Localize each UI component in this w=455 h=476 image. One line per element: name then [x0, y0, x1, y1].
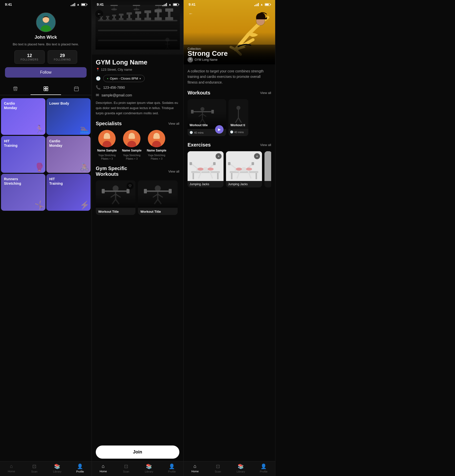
profile-screen: 9:41 ▲ John Wick Bio text — [0, 0, 92, 476]
add-exercise-btn-2[interactable]: + — [254, 153, 260, 159]
gym-workout-img-1: ♡ — [96, 180, 135, 208]
svg-rect-5 — [46, 87, 48, 88]
tab-activity[interactable] — [0, 83, 31, 95]
coll-workout-img-2: Workout ti — [228, 99, 248, 129]
exercise-3[interactable] — [264, 151, 271, 187]
workout-card-label-6: HITTraining — [49, 177, 63, 186]
coll-workout-2[interactable]: Workout ti 🕐 40 mins — [228, 99, 248, 136]
nav-library-3[interactable]: 📚 Library — [229, 463, 252, 473]
svg-point-136 — [208, 168, 214, 171]
right-fill — [275, 0, 455, 476]
svg-rect-57 — [96, 5, 180, 50]
status-bar-3: 9:41 ▲ — [184, 0, 275, 7]
status-bar-2: 9:41 ▲ — [92, 0, 183, 7]
add-exercise-btn-1[interactable]: + — [216, 153, 222, 159]
gym-workouts-title: Gym SpecificWorkouts — [96, 166, 127, 177]
svg-rect-142 — [256, 173, 257, 179]
workout-deco-5: 🤸 — [34, 200, 44, 210]
svg-rect-141 — [231, 173, 232, 179]
exercise-2[interactable]: + Jumping Jacks — [226, 151, 262, 187]
collection-back-button[interactable]: ← — [187, 10, 195, 17]
coll-workout-title-1: Workout title — [190, 123, 208, 127]
svg-rect-4 — [44, 87, 45, 88]
follow-button[interactable]: Follow — [5, 67, 87, 78]
gym-workouts-view-all[interactable]: View all — [168, 170, 179, 173]
gym-workout-card-2[interactable]: Workout Title — [138, 180, 178, 215]
coll-workout-1[interactable]: Workout title 🕐 40 mins ▶ — [188, 99, 226, 136]
specialists-title: Specialists — [96, 121, 122, 126]
join-button[interactable]: Join — [96, 446, 179, 459]
workout-card-4[interactable]: CardioMonday 🚴 — [46, 136, 91, 173]
gym-description: Description. Eu proin sapien ipsum vitae… — [96, 100, 179, 116]
phone-icon: 📞 — [96, 85, 101, 90]
play-button-1[interactable]: ▶ — [215, 125, 224, 134]
gym-workout-card-1[interactable]: ♡ Workout Title — [96, 180, 135, 215]
nav-home-1[interactable]: ⌂ Home — [0, 463, 23, 473]
exercise-name-1: Jumping Jacks — [188, 181, 224, 187]
workout-card-2[interactable]: Lower Body 🏊 — [46, 98, 91, 135]
clock-icon-w2: 🕐 — [230, 130, 233, 134]
collection-workouts-title: Workouts — [188, 90, 210, 96]
home-icon-3: ⌂ — [194, 463, 196, 469]
nav-scan-label-3: Scan — [215, 470, 221, 473]
hours-row: 🕐 ● Open - Closes 8PM ▾ — [96, 75, 179, 82]
specialist-tags-1: Yoga StretchingPilates + 3 — [98, 154, 116, 161]
nav-home-label-2: Home — [99, 470, 107, 473]
coll-workout-img-1: Workout title — [188, 99, 226, 129]
tab-workouts[interactable] — [31, 83, 61, 95]
collection-gym-row: GYM Long Name — [188, 57, 218, 62]
nav-library-1[interactable]: 📚 Library — [46, 463, 69, 473]
workout-card-5[interactable]: RunnersStretching 🤸 — [1, 174, 45, 211]
nav-library-2[interactable]: 📚 Library — [138, 463, 161, 473]
specialists-row: Name Sample Yoga StretchingPilates + 3 N… — [96, 130, 179, 161]
workout-deco-1: 🏃 — [34, 124, 44, 134]
exercises-header: Exercises View all — [188, 142, 271, 148]
workout-card-1[interactable]: CardioMonday 🏃 — [1, 98, 45, 135]
hours-text: Open - Closes 8PM — [110, 77, 138, 80]
battery-icon-1 — [81, 3, 87, 6]
status-time-2: 9:41 — [97, 2, 104, 6]
workout-grid: CardioMonday 🏃 Lower Body 🏊 HITTraining … — [0, 98, 92, 211]
specialist-name-1: Name Sample — [97, 149, 117, 152]
specialist-3[interactable]: Name Sample Yoga StretchingPilates + 3 — [145, 130, 168, 161]
specialist-avatar-3 — [148, 130, 165, 147]
status-icons-2: ▲ — [162, 3, 178, 6]
nav-home-2[interactable]: ⌂ Home — [92, 463, 115, 473]
specialist-tags-2: Yoga StretchingPilates + 3 — [123, 154, 140, 161]
phone-row: 📞 123-456-7890 — [96, 85, 179, 90]
nav-home-3[interactable]: ⌂ Home — [184, 463, 206, 473]
tab-calendar[interactable] — [61, 83, 92, 95]
hours-dropdown[interactable]: ● Open - Closes 8PM ▾ — [103, 75, 145, 82]
svg-point-150 — [246, 168, 252, 171]
followers-label: FOLLOWERS — [21, 58, 38, 61]
home-icon-2: ⌂ — [102, 463, 105, 469]
nav-profile-2[interactable]: 👤 Profile — [161, 463, 183, 473]
collection-workouts-header: Workouts View all — [188, 90, 271, 96]
gym-phone: 123-456-7890 — [103, 86, 125, 89]
bottom-nav-3: ⌂ Home ⊡ Scan 📚 Library 👤 Profile — [184, 461, 275, 476]
chevron-down-icon: ▾ — [139, 77, 141, 80]
exercise-1[interactable]: + Jumping Jacks — [188, 151, 224, 187]
collection-workouts-row: Workout title 🕐 40 mins ▶ — [188, 99, 271, 136]
workout-card-3[interactable]: HITTraining 🥊 — [1, 136, 45, 173]
nav-scan-3[interactable]: ⊡ Scan — [206, 463, 229, 473]
specialists-view-all[interactable]: View all — [168, 122, 179, 125]
specialist-2[interactable]: Name Sample Yoga StretchingPilates + 3 — [121, 130, 143, 161]
collection-workouts-view-all[interactable]: View all — [260, 91, 271, 95]
workout-card-6[interactable]: HITTraining ⚡ — [46, 174, 91, 211]
nav-scan-1[interactable]: ⊡ Scan — [23, 463, 46, 473]
nav-profile-1[interactable]: 👤 Profile — [69, 463, 92, 473]
exercises-title: Exercises — [188, 142, 211, 148]
battery-icon-2 — [173, 3, 178, 6]
exercise-img-2: + — [226, 151, 262, 181]
nav-profile-3[interactable]: 👤 Profile — [252, 463, 275, 473]
exercise-img-3 — [264, 151, 271, 181]
nav-scan-2[interactable]: ⊡ Scan — [115, 463, 137, 473]
exercises-view-all[interactable]: View all — [260, 143, 271, 147]
workout-deco-2: 🏊 — [80, 124, 90, 134]
specialist-1[interactable]: Name Sample Yoga StretchingPilates + 3 — [96, 130, 118, 161]
gym-back-button[interactable]: ← — [95, 10, 103, 18]
nav-profile-label-1: Profile — [76, 470, 84, 473]
signal-icon-2 — [162, 3, 167, 6]
following-stat: 29 FOLLOWING — [48, 50, 77, 64]
